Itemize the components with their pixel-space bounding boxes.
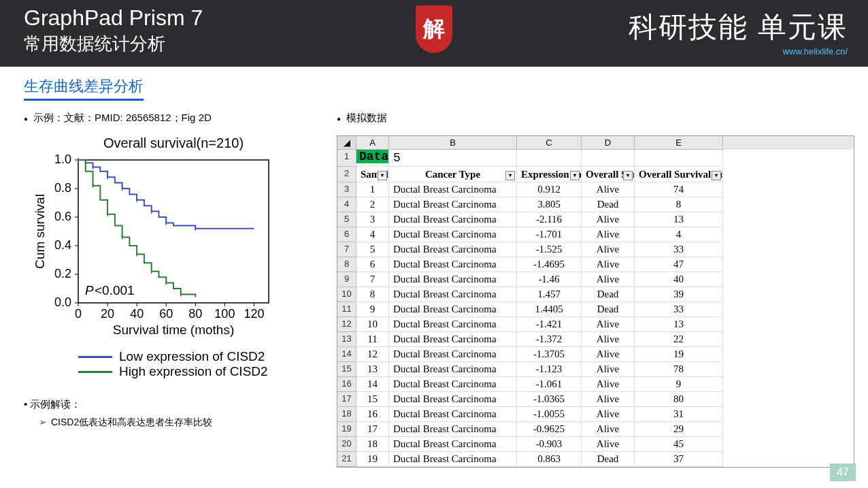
sample-no[interactable]: 10 (356, 317, 389, 332)
row-number[interactable]: 17 (337, 392, 356, 407)
survival-status[interactable]: Alive (582, 362, 635, 377)
followup-time[interactable]: 33 (635, 242, 723, 257)
followup-time[interactable]: 33 (635, 302, 723, 317)
followup-time[interactable]: 29 (635, 422, 723, 437)
cancer-type[interactable]: Ductal Breast Carcinoma (389, 212, 517, 227)
col-letter[interactable]: B (389, 136, 517, 150)
expression-value[interactable]: -1.525 (517, 242, 582, 257)
followup-time[interactable]: 22 (635, 332, 723, 347)
row-number[interactable]: 4 (337, 197, 356, 212)
cancer-type[interactable]: Ductal Breast Carcinoma (389, 242, 517, 257)
expression-value[interactable]: 0.912 (517, 182, 582, 197)
cancer-type[interactable]: Ductal Breast Carcinoma (389, 257, 517, 272)
followup-time[interactable]: 13 (635, 317, 723, 332)
followup-time[interactable]: 74 (635, 182, 723, 197)
expression-value[interactable]: -1.3705 (517, 347, 582, 362)
followup-time[interactable]: 13 (635, 212, 723, 227)
row-number[interactable]: 18 (337, 407, 356, 422)
followup-time[interactable]: 31 (635, 407, 723, 422)
expression-value[interactable]: -2.116 (517, 212, 582, 227)
col-header[interactable]: Expression value▾ (517, 167, 582, 182)
followup-time[interactable]: 39 (635, 287, 723, 302)
expression-value[interactable]: -0.903 (517, 437, 582, 452)
survival-status[interactable]: Alive (582, 347, 635, 362)
survival-status[interactable]: Alive (582, 422, 635, 437)
expression-value[interactable]: 1.4405 (517, 302, 582, 317)
followup-time[interactable]: 45 (635, 437, 723, 452)
expression-value[interactable]: -1.421 (517, 317, 582, 332)
followup-time[interactable]: 4 (635, 227, 723, 242)
survival-status[interactable]: Dead (582, 452, 635, 467)
row-number[interactable]: 13 (337, 332, 356, 347)
sample-no[interactable]: 17 (356, 422, 389, 437)
row-number[interactable]: 15 (337, 362, 356, 377)
row-number[interactable]: 10 (337, 287, 356, 302)
row-number[interactable]: 7 (337, 242, 356, 257)
followup-time[interactable]: 78 (635, 362, 723, 377)
survival-status[interactable]: Alive (582, 392, 635, 407)
cancer-type[interactable]: Ductal Breast Carcinoma (389, 452, 517, 467)
sample-no[interactable]: 15 (356, 392, 389, 407)
row-number[interactable]: 9 (337, 272, 356, 287)
col-letter[interactable]: E (635, 136, 723, 150)
expression-value[interactable]: -1.123 (517, 362, 582, 377)
survival-status[interactable]: Alive (582, 407, 635, 422)
row-number[interactable]: 19 (337, 422, 356, 437)
survival-status[interactable]: Alive (582, 212, 635, 227)
expression-value[interactable]: 3.805 (517, 197, 582, 212)
sample-no[interactable]: 3 (356, 212, 389, 227)
cancer-type[interactable]: Ductal Breast Carcinoma (389, 287, 517, 302)
row-number[interactable]: 12 (337, 317, 356, 332)
sample-no[interactable]: 2 (356, 197, 389, 212)
sample-no[interactable]: 12 (356, 347, 389, 362)
followup-time[interactable]: 19 (635, 347, 723, 362)
sample-no[interactable]: 5 (356, 242, 389, 257)
survival-status[interactable]: Alive (582, 242, 635, 257)
survival-status[interactable]: Alive (582, 182, 635, 197)
expression-value[interactable]: -1.0055 (517, 407, 582, 422)
followup-time[interactable]: 9 (635, 377, 723, 392)
sample-no[interactable]: 1 (356, 182, 389, 197)
filter-icon[interactable]: ▾ (712, 171, 721, 180)
survival-status[interactable]: Dead (582, 287, 635, 302)
row-number[interactable]: 8 (337, 257, 356, 272)
cancer-type[interactable]: Ductal Breast Carcinoma (389, 302, 517, 317)
filter-icon[interactable]: ▾ (570, 171, 580, 180)
sample-no[interactable]: 18 (356, 437, 389, 452)
row-number[interactable]: 5 (337, 212, 356, 227)
cancer-type[interactable]: Ductal Breast Carcinoma (389, 437, 517, 452)
cancer-type[interactable]: Ductal Breast Carcinoma (389, 182, 517, 197)
row-number[interactable]: 3 (337, 182, 356, 197)
followup-time[interactable]: 37 (635, 452, 723, 467)
expression-value[interactable]: 0.863 (517, 452, 582, 467)
survival-status[interactable]: Alive (582, 332, 635, 347)
col-header[interactable]: Overall Survival Followup Time (Months)▾ (635, 167, 723, 182)
expression-value[interactable]: -1.701 (517, 227, 582, 242)
survival-status[interactable]: Alive (582, 377, 635, 392)
cancer-type[interactable]: Ductal Breast Carcinoma (389, 227, 517, 242)
survival-status[interactable]: Alive (582, 227, 635, 242)
col-letter[interactable]: C (517, 136, 582, 150)
cancer-type[interactable]: Ductal Breast Carcinoma (389, 317, 517, 332)
cancer-type[interactable]: Ductal Breast Carcinoma (389, 332, 517, 347)
survival-status[interactable]: Alive (582, 437, 635, 452)
expression-value[interactable]: -1.372 (517, 332, 582, 347)
sample-no[interactable]: 11 (356, 332, 389, 347)
expression-value[interactable]: -1.46 (517, 272, 582, 287)
expression-value[interactable]: -0.9625 (517, 422, 582, 437)
cancer-type[interactable]: Ductal Breast Carcinoma (389, 362, 517, 377)
cancer-type[interactable]: Ductal Breast Carcinoma (389, 392, 517, 407)
sample-no[interactable]: 8 (356, 287, 389, 302)
survival-status[interactable]: Dead (582, 197, 635, 212)
col-letter[interactable]: A (356, 136, 389, 150)
sample-no[interactable]: 4 (356, 227, 389, 242)
sample-no[interactable]: 14 (356, 377, 389, 392)
data-num[interactable]: 5 (389, 150, 517, 167)
followup-time[interactable]: 80 (635, 392, 723, 407)
row-number[interactable]: 2 (337, 167, 356, 182)
col-header[interactable]: Overall Survival Status▾ (582, 167, 635, 182)
cancer-type[interactable]: Ductal Breast Carcinoma (389, 422, 517, 437)
row-number[interactable]: 14 (337, 347, 356, 362)
expression-value[interactable]: -1.0365 (517, 392, 582, 407)
survival-status[interactable]: Alive (582, 317, 635, 332)
